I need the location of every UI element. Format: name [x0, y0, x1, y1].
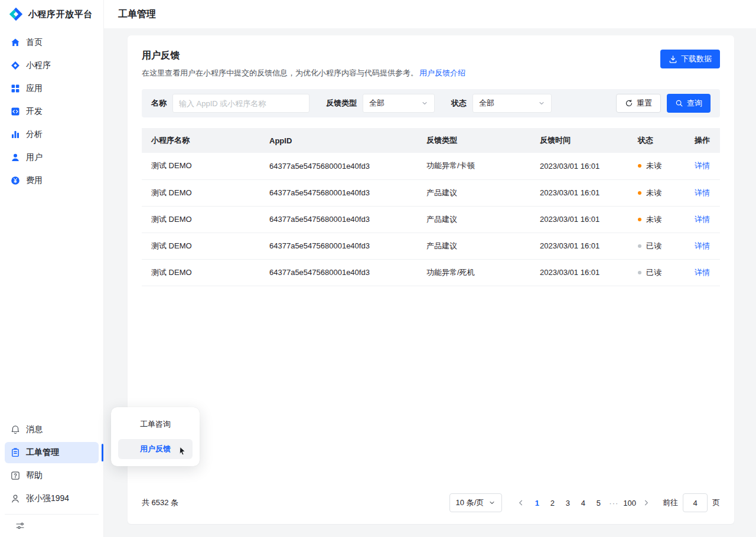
status-filter-label: 状态 [451, 98, 467, 109]
sidebar-item-label: 张小强1994 [26, 493, 69, 504]
users-icon [11, 153, 20, 162]
refresh-icon [625, 99, 633, 107]
sidebar-item-develop[interactable]: 开发 [5, 101, 99, 122]
app-name-cell: 测试 DEMO [142, 206, 260, 233]
submenu-item-user-feedback[interactable]: 用户反馈 [118, 439, 193, 459]
total-count: 共 6532 条 [142, 497, 178, 508]
col-header-status: 状态 [628, 128, 685, 153]
detail-link[interactable]: 详情 [695, 241, 710, 250]
card-header: 用户反馈 在这里查看用户在小程序中提交的反馈信息，为优化小程序内容与代码提供参考… [142, 50, 720, 78]
app-window: 小程序开放平台 首页 小程序 [0, 0, 756, 537]
appid-cell: 64377a5e5475680001e40fd3 [260, 233, 417, 259]
sidebar-item-account[interactable]: 张小强1994 [5, 488, 99, 509]
col-header-app-name: 小程序名称 [142, 128, 260, 153]
goto-page-input[interactable] [683, 493, 708, 512]
sidebar-item-analytics[interactable]: 分析 [5, 124, 99, 145]
detail-link[interactable]: 详情 [695, 215, 710, 224]
table-row: 测试 DEMO 64377a5e5475680001e40fd3 功能异常/卡顿… [142, 153, 720, 179]
search-button-label: 查询 [687, 98, 702, 109]
search-button[interactable]: 查询 [667, 94, 711, 113]
bell-icon [11, 425, 20, 434]
prev-page-button[interactable] [513, 495, 529, 511]
page-number[interactable]: 100 [621, 495, 638, 511]
status-select[interactable]: 全部 [472, 94, 552, 113]
sidebar-item-messages[interactable]: 消息 [5, 419, 99, 440]
collapse-settings-icon[interactable] [15, 521, 25, 531]
status-badge: 未读 [638, 188, 662, 197]
status-dot-icon [638, 164, 641, 168]
card-title: 用户反馈 [142, 50, 660, 62]
feedback-type-cell: 产品建议 [417, 179, 530, 206]
col-header-type: 反馈类型 [417, 128, 530, 153]
appid-cell: 64377a5e5475680001e40fd3 [260, 259, 417, 286]
app-name-cell: 测试 DEMO [142, 233, 260, 259]
miniprogram-icon [11, 61, 20, 70]
status-select-value: 全部 [479, 98, 494, 109]
sidebar-item-users[interactable]: 用户 [5, 147, 99, 168]
col-header-action: 操作 [685, 128, 720, 153]
page-size-select[interactable]: 10 条/页 [449, 493, 503, 512]
feedback-time-cell: 2023/03/01 16:01 [530, 206, 628, 233]
home-icon [11, 38, 20, 47]
analytics-icon [11, 130, 20, 139]
apps-icon [11, 84, 20, 93]
sidebar-footer [5, 515, 99, 537]
sidebar-item-help[interactable]: 帮助 [5, 465, 99, 486]
sidebar-item-apps[interactable]: 应用 [5, 78, 99, 99]
topbar: 工单管理 [104, 0, 756, 28]
feedback-type-select[interactable]: 全部 [363, 94, 435, 113]
col-header-time: 反馈时间 [530, 128, 628, 153]
filter-bar: 名称 反馈类型 全部 状态 全部 [142, 89, 720, 117]
app-name-cell: 测试 DEMO [142, 179, 260, 206]
next-page-button[interactable] [638, 495, 654, 511]
chevron-down-icon [488, 499, 496, 506]
sidebar-item-label: 费用 [26, 175, 43, 186]
sidebar-bottom-nav: 消息 工单管理 [0, 415, 103, 537]
page-number[interactable]: 5 [591, 495, 606, 511]
status-badge: 未读 [638, 215, 662, 224]
help-icon [11, 471, 20, 480]
app-name-cell: 测试 DEMO [142, 153, 260, 179]
sidebar-item-home[interactable]: 首页 [5, 32, 99, 53]
page-size-value: 10 条/页 [456, 497, 484, 508]
sidebar-item-label: 分析 [26, 129, 43, 140]
detail-link[interactable]: 详情 [695, 161, 710, 170]
develop-icon [11, 107, 20, 116]
reset-button[interactable]: 重置 [616, 94, 661, 113]
user-icon [11, 494, 20, 503]
detail-link[interactable]: 详情 [695, 188, 710, 197]
page-number[interactable]: 3 [560, 495, 575, 511]
feedback-type-cell: 产品建议 [417, 233, 530, 259]
table-row: 测试 DEMO 64377a5e5475680001e40fd3 功能异常/死机… [142, 259, 720, 286]
name-search-input[interactable] [172, 94, 309, 113]
status-dot-icon [638, 271, 641, 274]
detail-link[interactable]: 详情 [695, 268, 710, 277]
goto-unit-label: 页 [712, 497, 720, 508]
brand-logo-icon [8, 6, 24, 22]
table-row: 测试 DEMO 64377a5e5475680001e40fd3 产品建议 20… [142, 179, 720, 206]
ticket-icon [11, 448, 20, 457]
sidebar-item-billing[interactable]: 费用 [5, 170, 99, 191]
status-dot-icon [638, 218, 641, 221]
feedback-intro-link[interactable]: 用户反馈介绍 [419, 68, 465, 77]
appid-cell: 64377a5e5475680001e40fd3 [260, 206, 417, 233]
download-data-button[interactable]: 下载数据 [660, 50, 720, 68]
chevron-right-icon [643, 499, 650, 506]
page-number[interactable]: 2 [545, 495, 560, 511]
type-filter-label: 反馈类型 [326, 98, 357, 109]
pagination: 共 6532 条 10 条/页 1 2 3 [142, 484, 720, 512]
sidebar-item-label: 开发 [26, 106, 43, 117]
page-number[interactable]: 4 [575, 495, 591, 511]
submenu-item-ticket-inquiry[interactable]: 工单咨询 [118, 414, 193, 434]
sidebar: 小程序开放平台 首页 小程序 [0, 0, 104, 537]
feedback-time-cell: 2023/03/01 16:01 [530, 233, 628, 259]
name-filter-label: 名称 [151, 98, 167, 109]
chevron-left-icon [517, 499, 524, 506]
sidebar-item-miniprogram[interactable]: 小程序 [5, 55, 99, 76]
sidebar-item-tickets[interactable]: 工单管理 [5, 442, 99, 463]
appid-cell: 64377a5e5475680001e40fd3 [260, 179, 417, 206]
main-area: 用户反馈 在这里查看用户在小程序中提交的反馈信息，为优化小程序内容与代码提供参考… [104, 28, 756, 537]
page-number[interactable]: 1 [529, 495, 545, 511]
feedback-time-cell: 2023/03/01 16:01 [530, 179, 628, 206]
sidebar-item-label: 消息 [26, 424, 43, 435]
